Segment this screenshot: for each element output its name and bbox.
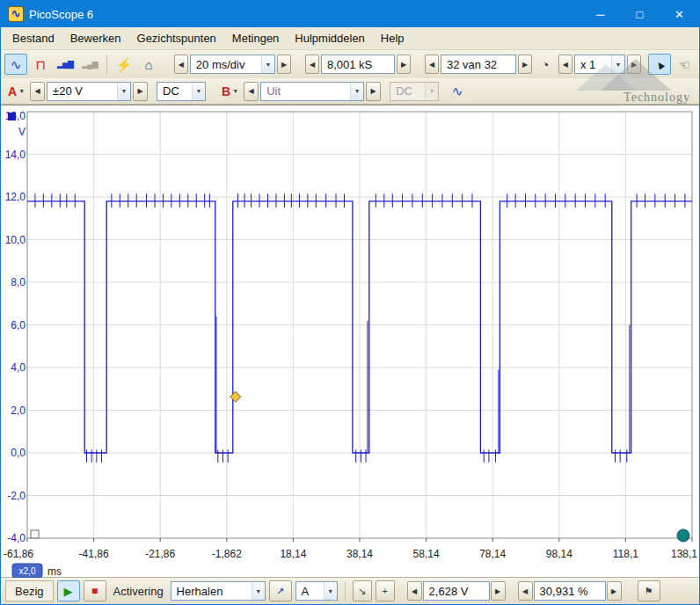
start-button[interactable]: ▶: [57, 580, 80, 601]
app-icon: ∿: [8, 6, 24, 22]
y-tick-label: 2,0: [11, 405, 26, 417]
alt-view-button[interactable]: ▂▄▆: [78, 54, 101, 75]
watermark-text: Technology: [623, 91, 690, 105]
menu-item-bewerken[interactable]: Bewerken: [62, 28, 129, 48]
channel-a-coupling-select[interactable]: DC ▼: [157, 82, 206, 101]
trigger-edge-button[interactable]: ↗: [269, 580, 292, 601]
x-tick-label: 78,14: [479, 548, 506, 560]
y-tick-label: 0,0: [11, 447, 26, 459]
zoom-in-button[interactable]: ▶: [627, 55, 641, 74]
menu-item-help[interactable]: Help: [373, 28, 412, 48]
title-bar: ∿ PicoScope 6 ─ □ ✕: [1, 1, 699, 27]
channel-a-axis-indicator[interactable]: [8, 113, 16, 120]
pretrigger-increase-button[interactable]: ▶: [607, 581, 622, 601]
chevron-down-icon: ▼: [18, 88, 25, 94]
persistence-view-button[interactable]: ⊓: [29, 54, 52, 75]
buffer-next-button[interactable]: ▶: [518, 55, 532, 74]
buffer-value: 32 van 32: [447, 58, 497, 71]
play-icon: ▶: [64, 585, 73, 598]
chevron-down-icon: ▼: [611, 55, 624, 73]
menu-bar: BestandBewerkenGezichtspuntenMetingenHul…: [1, 27, 699, 50]
y-tick-label: 6,0: [11, 319, 26, 332]
pretrigger-field[interactable]: 30,931 %: [534, 581, 606, 601]
trigger-50pct-button[interactable]: +: [376, 580, 395, 601]
close-button[interactable]: ✕: [660, 1, 699, 27]
y-tick-label: 10,0: [5, 234, 26, 246]
trigger-source-select[interactable]: A ▼: [295, 581, 338, 601]
samples-increase-button[interactable]: ▶: [397, 55, 411, 74]
menu-item-metingen[interactable]: Metingen: [224, 28, 287, 48]
rapid-trigger-button[interactable]: ⚑: [638, 580, 660, 601]
channel-b-range-value: Uit: [266, 84, 281, 98]
buffer-navigator-button[interactable]: ◔: [534, 54, 557, 75]
buffer-field[interactable]: 32 van 32: [441, 55, 516, 74]
menu-item-hulpmiddelen[interactable]: Hulpmiddelen: [287, 28, 373, 48]
x-tick-label: -21,86: [145, 548, 175, 560]
stop-button[interactable]: ■: [84, 580, 106, 601]
x-tick-label: 118,1: [613, 548, 638, 560]
home-button[interactable]: ⌂: [137, 54, 160, 75]
alt-view-icon: ▂▄▆: [82, 61, 97, 69]
window-title: PicoScope 6: [29, 8, 93, 21]
x-tick-label: 58,14: [413, 548, 440, 560]
trigger-level-value: 2,628 V: [429, 585, 469, 598]
channel-a-options-button[interactable]: A ▼: [4, 84, 28, 98]
pretrigger-decrease-button[interactable]: ◀: [518, 581, 533, 601]
x-tick-label: -61,86: [4, 548, 33, 560]
trigger-marker[interactable]: [230, 391, 241, 402]
channels-toolbar: A ▼ ◀ ±20 V ▼ ▶ DC ▼ B ▼ ◀ Uit ▼ ▶ DC ▼ …: [1, 78, 699, 105]
spectrum-view-icon: ▂▅▇: [57, 61, 73, 69]
signal-generator-button[interactable]: ∿: [446, 81, 469, 102]
pointer-icon: ▲: [651, 55, 667, 73]
minimize-button[interactable]: ─: [580, 1, 620, 27]
channel-b-range-increase-button[interactable]: ▶: [366, 82, 381, 101]
ruler-handle[interactable]: [31, 530, 39, 538]
properties-icon: ⚡: [116, 58, 133, 71]
channel-b-range-decrease-button[interactable]: ◀: [244, 82, 259, 101]
trigger-mode-select[interactable]: Herhalen ▼: [171, 581, 266, 601]
properties-button[interactable]: ⚡: [113, 54, 135, 75]
chevron-down-icon: ▼: [252, 582, 265, 600]
flag-icon: ⚑: [645, 587, 653, 596]
menu-item-gezichtspunten[interactable]: Gezichtspunten: [129, 28, 224, 48]
channel-b-options-button[interactable]: B ▼: [218, 84, 242, 98]
channel-a-range-decrease-button[interactable]: ◀: [30, 82, 45, 101]
maximize-button[interactable]: □: [620, 1, 660, 27]
spectrum-view-button[interactable]: ▂▅▇: [54, 54, 77, 75]
y-tick-label: 4,0: [11, 361, 26, 374]
menu-item-bestand[interactable]: Bestand: [4, 28, 62, 48]
trigger-level-decrease-button[interactable]: ◀: [407, 581, 422, 601]
pointer-tool-button[interactable]: ▲: [648, 54, 671, 75]
trigger-level-field[interactable]: 2,628 V: [423, 581, 490, 601]
y-axis-scale-chip-label: x2,0: [19, 566, 36, 576]
samples-decrease-button[interactable]: ◀: [305, 55, 319, 74]
zoom-out-button[interactable]: ◀: [558, 55, 572, 74]
hand-tool-button[interactable]: ☜: [673, 54, 696, 75]
timebase-decrease-button[interactable]: ◀: [174, 55, 188, 74]
channel-a-range-select[interactable]: ±20 V ▼: [47, 82, 131, 101]
zoom-select[interactable]: x 1 ▼: [574, 55, 625, 74]
channel-b-range-select[interactable]: Uit ▼: [260, 82, 364, 101]
buffer-prev-button[interactable]: ◀: [425, 55, 439, 74]
persistence-view-icon: ⊓: [35, 58, 46, 71]
samples-field[interactable]: 8,001 kS: [321, 55, 395, 74]
scope-display[interactable]: -61,86-41,86-21,86-1,86218,1438,1458,147…: [1, 105, 699, 577]
trigger-level-increase-button[interactable]: ▶: [491, 581, 506, 601]
zoom-value: x 1: [580, 58, 595, 71]
scope-view-button[interactable]: ∿: [4, 54, 27, 75]
channel-a-range-increase-button[interactable]: ▶: [133, 82, 148, 101]
timebase-select[interactable]: 20 ms/div ▼: [190, 55, 275, 74]
x-tick-label: 138,1: [671, 548, 697, 560]
scope-chart[interactable]: -61,86-41,86-21,86-1,86218,1438,1458,147…: [1, 106, 699, 578]
channel-b-coupling-value: DC: [396, 84, 412, 98]
scroll-handle[interactable]: [677, 529, 689, 542]
x-tick-label: -41,86: [79, 548, 109, 560]
app-window: ∿ PicoScope 6 ─ □ ✕ BestandBewerkenGezic…: [0, 0, 700, 605]
trigger-marker-button[interactable]: ↘: [353, 580, 372, 601]
chevron-down-icon: ▼: [350, 83, 363, 100]
marker-add-icon: +: [382, 587, 387, 596]
y-tick-label: 8,0: [11, 276, 26, 288]
timebase-increase-button[interactable]: ▶: [277, 55, 291, 74]
x-axis-unit: ms: [47, 565, 62, 578]
x-tick-label: 18,14: [280, 548, 306, 560]
